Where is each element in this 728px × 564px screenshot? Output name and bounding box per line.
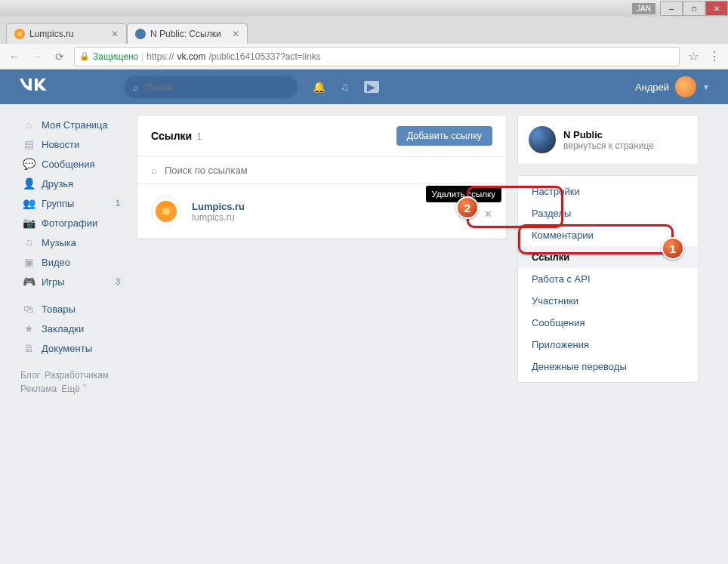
close-button[interactable]: ✕ — [705, 1, 728, 16]
annotation-badge-2: 2 — [456, 196, 479, 219]
secure-label: Защищено — [93, 51, 138, 62]
nav-documents[interactable]: 🗎Документы — [20, 338, 126, 358]
favicon-icon — [14, 29, 25, 39]
link-subtitle: lumpics.ru — [192, 212, 245, 223]
footer-link[interactable]: Разработчикам — [45, 370, 109, 381]
nav-label: Закладки — [42, 323, 84, 334]
notifications-icon[interactable]: 🔔 — [313, 81, 325, 93]
tab-close-icon[interactable]: ✕ — [111, 29, 119, 39]
forward-button[interactable]: → — [29, 51, 45, 63]
nav-label: Фотографии — [42, 217, 97, 229]
home-icon: ⌂ — [22, 118, 35, 131]
tab-close-icon[interactable]: ✕ — [232, 29, 239, 39]
news-icon: ▤ — [22, 137, 35, 151]
address-bar[interactable]: 🔒 Защищено | https://vk.com/public164105… — [74, 47, 680, 66]
video-icon: ▣ — [22, 255, 35, 269]
nav-label: Друзья — [42, 178, 73, 190]
menu-sections[interactable]: Разделы — [518, 202, 698, 224]
search-icon: ⌕ — [133, 82, 139, 93]
nav-video[interactable]: ▣Видео — [20, 252, 126, 272]
favicon-icon — [135, 29, 146, 39]
groups-icon: 👥 — [22, 196, 35, 210]
reload-button[interactable]: ⟳ — [51, 51, 68, 63]
nav-music[interactable]: ♫Музыка — [20, 233, 126, 252]
star-icon: ★ — [22, 322, 35, 335]
nav-label: Товары — [42, 304, 76, 315]
maximize-button[interactable]: □ — [683, 1, 705, 16]
search-input[interactable] — [145, 82, 288, 93]
browser-tab[interactable]: Lumpics.ru ✕ — [6, 23, 127, 44]
settings-menu: Настройки Разделы Комментарии Ссылки Раб… — [517, 175, 699, 383]
links-search-input[interactable] — [165, 165, 492, 176]
footer-link[interactable]: Реклама — [20, 384, 57, 394]
nav-badge: 1 — [111, 198, 125, 208]
chevron-down-icon: ▼ — [702, 83, 710, 91]
add-link-button[interactable]: Добавить ссылку — [396, 126, 492, 146]
nav-goods[interactable]: 🛍Товары — [20, 299, 126, 319]
nav-label: Игры — [42, 276, 65, 288]
music-icon: ♫ — [22, 236, 35, 249]
url-path: /public164105337?act=links — [208, 51, 320, 62]
games-icon: 🎮 — [22, 275, 35, 288]
browser-menu-button[interactable]: ⋮ — [707, 49, 722, 63]
tab-title: N Public: Ссылки — [150, 29, 221, 39]
left-nav: ⌂Моя Страница ▤Новости 💬Сообщения 👤Друзь… — [20, 115, 126, 396]
nav-label: Моя Страница — [42, 119, 108, 131]
footer-links: БлогРазработчикам РекламаЕщё ˅ — [20, 368, 126, 396]
panel-header: Ссылки 1 Добавить ссылку — [137, 116, 506, 157]
search-box[interactable]: ⌕ — [124, 76, 298, 98]
nav-label: Группы — [42, 198, 74, 209]
browser-tab-active[interactable]: N Public: Ссылки ✕ — [127, 23, 248, 44]
minimize-button[interactable]: – — [660, 1, 683, 16]
search-icon: ⌕ — [151, 165, 157, 176]
music-icon[interactable]: ♫ — [341, 81, 349, 93]
nav-photos[interactable]: 📷Фотографии — [20, 213, 126, 233]
nav-bookmarks[interactable]: ★Закладки — [20, 319, 126, 338]
links-search[interactable]: ⌕ — [137, 157, 506, 184]
play-icon[interactable]: ▶ — [364, 81, 379, 93]
nav-messages[interactable]: 💬Сообщения — [20, 154, 126, 174]
username: Андрей — [635, 82, 669, 93]
back-button[interactable]: ← — [6, 51, 23, 63]
link-title[interactable]: Lumpics.ru — [192, 201, 245, 212]
bookmark-button[interactable]: ☆ — [686, 49, 701, 63]
nav-friends[interactable]: 👤Друзья — [20, 174, 126, 193]
nav-label: Музыка — [42, 237, 76, 248]
nav-games[interactable]: 🎮Игры3 — [20, 272, 126, 291]
menu-transfers[interactable]: Денежные переводы — [518, 356, 698, 378]
footer-link[interactable]: Ещё ˅ — [61, 384, 87, 394]
footer-link[interactable]: Блог — [20, 370, 40, 381]
menu-messages[interactable]: Сообщения — [518, 312, 698, 334]
nav-label: Новости — [42, 139, 79, 150]
page-body: ⌂Моя Страница ▤Новости 💬Сообщения 👤Друзь… — [0, 104, 728, 564]
panel-title: Ссылки — [151, 130, 192, 142]
delete-link-button[interactable]: ✕ — [484, 208, 492, 220]
url-protocol: https:// — [147, 51, 174, 62]
nav-news[interactable]: ▤Новости — [20, 134, 126, 154]
user-menu[interactable]: Андрей ▼ — [635, 76, 710, 97]
links-count: 1 — [196, 131, 202, 142]
menu-members[interactable]: Участники — [518, 290, 698, 312]
window-titlebar: JAN – □ ✕ — [0, 0, 728, 17]
group-avatar — [529, 126, 556, 153]
messages-icon: 💬 — [22, 157, 35, 171]
screenshot-indicator: JAN — [632, 3, 656, 14]
nav-my-page[interactable]: ⌂Моя Страница — [20, 115, 126, 134]
menu-api[interactable]: Работа с API — [518, 268, 698, 290]
link-favicon — [151, 196, 181, 227]
group-name[interactable]: N Public — [563, 129, 654, 140]
document-icon: 🗎 — [22, 341, 35, 355]
menu-apps[interactable]: Приложения — [518, 334, 698, 356]
nav-label: Видео — [42, 257, 70, 268]
vk-logo[interactable] — [18, 76, 124, 98]
browser-tabstrip: Lumpics.ru ✕ N Public: Ссылки ✕ — [0, 17, 728, 44]
url-host: vk.com — [177, 51, 205, 62]
lock-icon: 🔒 — [79, 51, 90, 61]
group-back-link[interactable]: вернуться к странице — [563, 140, 654, 151]
menu-settings[interactable]: Настройки — [518, 180, 698, 202]
group-card: N Public вернуться к странице — [517, 115, 699, 165]
link-item: Lumpics.ru lumpics.ru Удалить ссылку ✕ — [137, 184, 506, 239]
camera-icon: 📷 — [22, 216, 35, 230]
nav-groups[interactable]: 👥Группы1 — [20, 193, 126, 213]
nav-label: Сообщения — [42, 159, 95, 170]
